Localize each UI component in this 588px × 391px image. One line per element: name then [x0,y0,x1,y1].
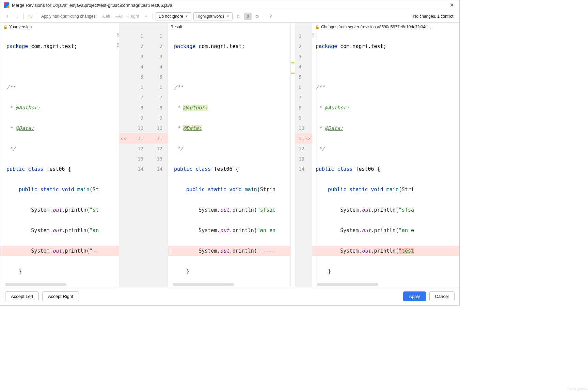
left-gutter: 1 2 3 4 5 6 7 8 9 10 ✕ »11 12 13 14 [119,23,146,287]
intellij-logo-icon [4,2,9,8]
h-scrollbar[interactable] [317,283,378,286]
folding-strip: − [312,31,316,287]
titlebar: Merge Revisions for D:\javafiles\java\pr… [0,0,459,10]
separator [23,13,24,19]
separator [37,13,37,19]
apply-all-link[interactable]: »« All [113,14,124,19]
cancel-button[interactable]: Cancel [429,291,455,301]
left-pane-title: 🔒Your version [0,23,119,31]
magic-resolve-icon[interactable]: ✦ [142,13,150,20]
result-pane: Result package com.nagri.test; /** * @Au… [168,23,290,287]
result-pane-title: Result [168,23,290,31]
text-cursor [170,248,170,254]
h-scrollbar[interactable] [173,283,234,286]
apply-right-link[interactable]: « Right [126,14,140,19]
right-editor[interactable]: package com.nagri.test; /** * @Author: *… [312,31,459,287]
h-scrollbar[interactable] [5,283,66,286]
chevron-down-icon: ▼ [226,15,229,18]
separator [153,13,153,19]
settings-icon[interactable]: ⚙ [254,13,261,20]
status-text: No changes. 1 conflict. [413,14,456,19]
chevron-down-icon: ▼ [185,15,188,18]
apply-left-link[interactable]: » Left [100,14,112,19]
accept-left-button[interactable]: Accept Left [5,291,39,301]
accept-icon[interactable]: « ✕ [305,136,311,141]
highlight-select[interactable]: Highlight words▼ [193,12,233,20]
merge-dialog: Merge Revisions for D:\javafiles\java\pr… [0,0,460,306]
apply-button[interactable]: Apply [403,291,426,301]
fold-marker-icon[interactable]: − [312,33,314,36]
marker-strip[interactable] [290,23,295,287]
footer: Accept Left Accept Right Apply Cancel CS… [0,287,459,305]
right-gutter: 1 2 3 4 5 6 7 8 9 10 11« ✕ 12 13 14 [295,23,312,287]
next-diff-icon[interactable]: ↓ [13,13,21,20]
folding-strip: − − [115,31,119,287]
apply-nonconflict-label: Apply non-conflicting changes: [40,14,98,19]
right-pane: 🔒Changes from server (revision a8590d597… [312,23,459,287]
diff-panels: 🔒Your version package com.nagri.test; /*… [0,23,459,287]
help-icon[interactable]: ? [267,13,274,20]
left-editor[interactable]: package com.nagri.test; /** * @Author: *… [0,31,119,287]
left-pane: 🔒Your version package com.nagri.test; /*… [0,23,119,287]
prev-diff-icon[interactable]: ↑ [4,13,11,20]
ignore-select[interactable]: Do not ignore▼ [156,12,191,20]
accept-right-button[interactable]: Accept Right [42,291,79,301]
close-icon[interactable]: ✕ [448,2,456,8]
reject-icon[interactable]: ✕ » [120,136,126,141]
window-title: Merge Revisions for D:\javafiles\java\pr… [12,3,448,8]
compare-icon[interactable]: ⇋ [27,13,34,20]
right-pane-title: 🔒Changes from server (revision a8590d597… [312,23,459,31]
separator [264,13,264,19]
sync-scroll-icon[interactable]: ⇵ [244,13,252,20]
collapse-icon[interactable]: ⇅ [235,13,242,20]
warning-marker[interactable] [291,73,295,74]
lock-icon: 🔒 [315,25,320,29]
result-editor[interactable]: package com.nagri.test; /** * @Author: *… [168,31,290,287]
warning-marker[interactable] [291,62,295,63]
toolbar: ↑ ↓ ⇋ Apply non-conflicting changes: » L… [0,10,459,23]
lock-icon: 🔒 [3,25,8,29]
mid-gutter: 1 2 3 4 5 6 7 8 9 10 11 12 13 14 [146,23,168,287]
